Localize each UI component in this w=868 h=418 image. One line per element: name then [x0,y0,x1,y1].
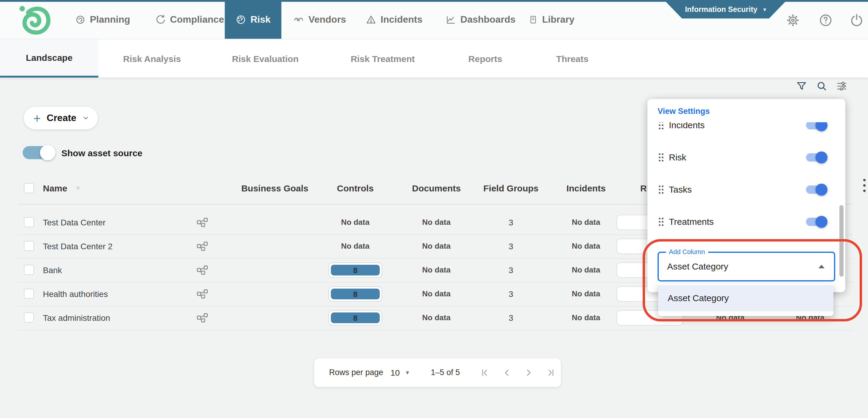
toggle-knob [815,151,828,163]
screen: Planning Compliance Risk Vendors Inciden… [0,0,868,418]
add-column-value: Asset Category [667,253,728,280]
controls-badge[interactable]: 8 [329,262,382,278]
help-icon[interactable] [818,12,833,28]
show-asset-source-toggle[interactable] [23,146,53,159]
row-checkbox[interactable] [24,312,34,323]
org-selector[interactable]: Information Security ▾ [664,0,787,19]
gear-icon[interactable] [785,12,801,28]
row-checkbox[interactable] [24,217,34,227]
controls-cell: No data [311,210,400,234]
app-window: Planning Compliance Risk Vendors Inciden… [0,0,868,418]
chevron-down-icon [82,113,89,123]
nav-label: Vendors [309,14,346,25]
tab-label: Threats [556,53,588,63]
nav-dashboards[interactable]: Dashboards [445,0,516,39]
next-page-icon[interactable] [525,368,533,377]
warning-icon [366,14,376,25]
panel-scrollbar[interactable] [839,205,843,277]
chevron-down-icon[interactable]: ▼ [405,358,410,387]
first-page-icon[interactable] [480,368,489,377]
nav-planning[interactable]: Planning [75,0,130,39]
asset-source-icon[interactable] [197,289,208,299]
row-checkbox[interactable] [24,241,34,251]
drag-handle-icon[interactable] [658,217,664,229]
nav-risk[interactable]: Risk [225,0,281,39]
drag-handle-icon[interactable] [658,185,664,197]
nav-label: Incidents [381,14,423,25]
tab-risk-treatment[interactable]: Risk Treatment [350,39,414,78]
compliance-arrow-icon [155,14,166,25]
tab-reports[interactable]: Reports [468,39,502,78]
asset-name: Test Data Center [43,210,105,234]
page-range-label: 1–5 of 5 [422,358,469,387]
view-settings-panel: View Settings Incidents Risk [647,99,845,292]
pagination-bar: Rows per page 10 ▼ 1–5 of 5 [314,358,561,387]
tab-threats[interactable]: Threats [556,39,588,78]
view-settings-item-treatments: Treatments [647,206,841,238]
treatments-toggle[interactable] [806,218,826,226]
tab-risk-analysis[interactable]: Risk Analysis [123,39,181,78]
controls-badge[interactable]: 8 [329,286,382,302]
add-column-select[interactable]: Add Column Asset Category [657,251,835,281]
nav-compliance[interactable]: Compliance [155,0,224,39]
select-all-checkbox[interactable] [24,183,34,193]
nav-library[interactable]: Library [528,0,575,39]
nav-label: Library [542,14,575,25]
nav-incidents[interactable]: Incidents [366,0,423,39]
view-settings-item-tasks: Tasks [647,174,841,206]
toggle-knob [815,216,828,228]
row-checkbox[interactable] [24,289,34,299]
asset-source-icon[interactable] [197,241,208,251]
asset-name: Bank [43,258,62,282]
asset-source-icon[interactable] [197,218,208,227]
nav-vendors[interactable]: Vendors [293,0,346,39]
column-header-name[interactable]: Name [43,173,67,204]
column-header-incidents[interactable]: Incidents [541,173,631,204]
previous-page-icon[interactable] [502,368,511,377]
nav-label: Dashboards [461,14,516,25]
column-options-kebab-icon[interactable] [862,179,867,195]
toggle-knob [815,122,828,131]
search-icon[interactable] [814,78,829,94]
item-label: Tasks [669,174,692,206]
nav-label: Planning [90,14,130,25]
tab-label: Risk Evaluation [232,53,299,63]
risk-toggle[interactable] [806,153,826,161]
incidents-toggle[interactable] [806,122,826,129]
column-header-controls[interactable]: Controls [311,173,400,204]
chart-icon [445,14,456,25]
sort-descending-icon[interactable]: ▼ [75,173,81,204]
tune-icon[interactable] [834,78,849,94]
eramba-logo[interactable] [17,4,56,36]
asset-source-icon[interactable] [197,265,208,275]
controls-badge[interactable]: 8 [329,310,382,326]
row-checkbox[interactable] [24,265,34,275]
power-icon[interactable] [849,12,864,28]
dropdown-option-asset-category[interactable]: Asset Category [658,285,833,311]
create-button-label: Create [47,113,76,123]
last-page-icon[interactable] [547,368,555,377]
chevron-up-icon [818,265,825,268]
create-button[interactable]: + Create [24,107,98,129]
asset-source-icon[interactable] [197,313,208,323]
tab-landscape[interactable]: Landscape [0,39,98,78]
drag-handle-icon[interactable] [658,122,664,132]
asset-name: Health authorities [43,282,108,306]
asset-name: Tax administration [43,306,110,330]
column-header-business-goals[interactable]: Business Goals [230,173,319,204]
rows-per-page-select[interactable]: 10 [391,358,400,387]
add-column-dropdown: Asset Category [658,284,833,316]
asset-name: Test Data Center 2 [43,234,113,258]
gauge-icon [236,14,246,25]
item-label: Incidents [669,122,705,141]
drag-handle-icon[interactable] [658,153,664,165]
tab-risk-evaluation[interactable]: Risk Evaluation [232,39,299,78]
nav-label: Compliance [170,14,224,25]
filter-icon[interactable] [794,78,809,94]
view-settings-title: View Settings [657,107,710,116]
tasks-toggle[interactable] [806,185,826,194]
controls-cell: No data [311,234,400,258]
tab-label: Risk Treatment [350,53,414,63]
toggle-knob [815,184,828,196]
risk-subnav: Landscape Risk Analysis Risk Evaluation … [0,39,868,78]
